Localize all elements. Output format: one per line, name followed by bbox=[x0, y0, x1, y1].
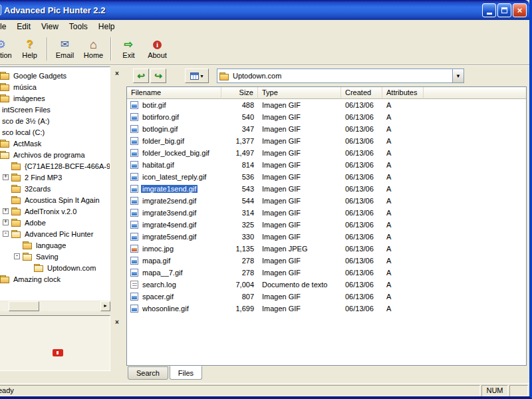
tree-item-label: imágenes bbox=[12, 94, 47, 103]
menu-item-edit[interactable]: Edit bbox=[11, 21, 36, 33]
tree-item[interactable]: sco local (C:) bbox=[0, 126, 110, 138]
tree-item[interactable]: Acoustica Spin It Again bbox=[0, 194, 110, 205]
folder-open-icon bbox=[11, 229, 21, 238]
menu-item-file[interactable]: File bbox=[0, 21, 11, 33]
tree-item[interactable]: imágenes bbox=[0, 92, 110, 104]
type-cell: Documento de texto bbox=[258, 281, 341, 289]
forward-button[interactable]: ↪ bbox=[150, 68, 166, 83]
tree-item[interactable]: -Saving bbox=[0, 251, 110, 262]
table-row[interactable]: spacer.gif807Imagen GIF06/13/06A bbox=[127, 291, 526, 303]
file-icon-gif bbox=[130, 185, 138, 193]
file-list: FilenameSizeTypeCreatedAttributes botir.… bbox=[126, 86, 527, 366]
menu-item-tools[interactable]: Tools bbox=[64, 21, 93, 33]
attributes-cell: A bbox=[382, 197, 424, 205]
left-panel: Google GadgetsmúsicaimágenesintScreen Fi… bbox=[0, 66, 124, 382]
column-header-filename[interactable]: Filename bbox=[127, 87, 221, 99]
tree-item[interactable]: Google Gadgets bbox=[0, 70, 110, 81]
close-button[interactable]: × bbox=[513, 3, 527, 17]
folder-icon bbox=[11, 184, 21, 193]
back-button[interactable]: ↩ bbox=[133, 68, 149, 83]
table-row[interactable]: botlogin.gif347Imagen GIF06/13/06A bbox=[127, 123, 526, 135]
scroll-track[interactable] bbox=[0, 301, 100, 311]
toolbar-button-option[interactable]: Option bbox=[0, 35, 15, 63]
created-cell: 06/13/06 bbox=[341, 173, 382, 181]
table-row[interactable]: inmoc.jpg1,135Imagen JPEG06/13/06A bbox=[127, 243, 526, 255]
folder-icon bbox=[0, 71, 10, 80]
tree-item[interactable]: +Adobe bbox=[0, 217, 110, 228]
filename-text: spacer.gif bbox=[141, 293, 175, 301]
tree-item[interactable]: Uptodown.com bbox=[0, 262, 110, 273]
table-row[interactable]: whosonline.gif1,699Imagen GIF06/13/06A bbox=[127, 303, 526, 315]
table-row[interactable]: botirforo.gif540Imagen GIF06/13/06A bbox=[127, 111, 526, 123]
expand-icon[interactable]: + bbox=[3, 208, 9, 214]
tree-item[interactable]: -Advanced Pic Hunter bbox=[0, 228, 110, 239]
toolbar-button-about[interactable]: About bbox=[143, 35, 172, 63]
folder-icon bbox=[0, 139, 10, 148]
tab-search[interactable]: Search bbox=[128, 366, 168, 380]
table-row[interactable]: botir.gif488Imagen GIF06/13/06A bbox=[127, 99, 526, 111]
toolbar-button-email[interactable]: Email bbox=[51, 35, 79, 63]
column-header-size[interactable]: Size bbox=[221, 87, 258, 99]
toolbar-button-home[interactable]: Home bbox=[79, 35, 108, 63]
tree-item[interactable]: -Archivos de programa bbox=[0, 149, 110, 160]
menu-item-view[interactable]: View bbox=[36, 21, 64, 33]
tree-item[interactable]: sco de 3½ (A:) bbox=[0, 115, 110, 126]
filename-text: imgrate4send.gif bbox=[141, 221, 198, 229]
table-row[interactable]: imgrate1send.gif543Imagen GIF06/13/06A bbox=[127, 183, 526, 195]
table-row[interactable]: icon_latest_reply.gif536Imagen GIF06/13/… bbox=[127, 171, 526, 183]
toolbar-button-label: Email bbox=[56, 51, 74, 59]
tab-files[interactable]: Files bbox=[170, 366, 202, 380]
tree-item[interactable]: música bbox=[0, 81, 110, 92]
toolbar-button-exit[interactable]: Exit bbox=[114, 35, 143, 63]
tree-item[interactable]: +Amazing clock bbox=[0, 273, 110, 285]
tree-splitter[interactable]: × bbox=[110, 66, 124, 301]
expand-icon[interactable]: + bbox=[3, 174, 9, 180]
table-row[interactable]: imgrate2send.gif544Imagen GIF06/13/06A bbox=[127, 195, 526, 207]
maximize-button[interactable] bbox=[497, 3, 511, 17]
combo-dropdown-button[interactable]: ▼ bbox=[452, 69, 464, 82]
collapse-icon[interactable]: - bbox=[14, 253, 20, 259]
scroll-right-button[interactable]: ► bbox=[100, 301, 110, 311]
views-button[interactable]: ▾ bbox=[185, 68, 209, 83]
menu-item-help[interactable]: Help bbox=[93, 21, 120, 33]
folder-combobox[interactable]: Uptodown.com ▼ bbox=[217, 68, 464, 83]
table-row[interactable]: imgrate5send.gif330Imagen GIF06/13/06A bbox=[127, 231, 526, 243]
toolbar-button-label: About bbox=[148, 51, 167, 59]
filename-text: whosonline.gif bbox=[141, 305, 190, 313]
toolbar-button-label: Option bbox=[0, 51, 12, 59]
minimize-button[interactable] bbox=[482, 3, 496, 17]
table-row[interactable]: imgrate4send.gif325Imagen GIF06/13/06A bbox=[127, 219, 526, 231]
table-row[interactable]: folder_locked_big.gif1,497Imagen GIF06/1… bbox=[127, 147, 526, 159]
tree-item-label: ActMask bbox=[12, 139, 43, 148]
column-header-type[interactable]: Type bbox=[258, 87, 341, 99]
filename-cell: folder_locked_big.gif bbox=[127, 149, 221, 157]
preview-splitter[interactable]: × bbox=[110, 315, 124, 371]
tree-item-label: Amazing clock bbox=[12, 275, 62, 284]
tree-item[interactable]: 32cards bbox=[0, 183, 110, 194]
tree-item[interactable]: +ActMask bbox=[0, 138, 110, 149]
toolbar-button-help[interactable]: Help bbox=[15, 35, 44, 63]
status-text: Ready bbox=[0, 385, 480, 396]
table-row[interactable]: mapa__7.gif278Imagen GIF06/13/06A bbox=[127, 267, 526, 279]
tree-item[interactable]: language bbox=[0, 239, 110, 251]
tree-item[interactable]: {C71AE128-BCFE-466A-96 bbox=[0, 160, 110, 172]
scroll-thumb[interactable] bbox=[9, 301, 39, 311]
tree-item[interactable]: intScreen Files bbox=[0, 104, 110, 115]
preview-close-button[interactable]: × bbox=[113, 319, 121, 327]
tree-item[interactable]: +2 Find MP3 bbox=[0, 172, 110, 183]
table-row[interactable]: mapa.gif278Imagen GIF06/13/06A bbox=[127, 255, 526, 267]
tree-close-button[interactable]: × bbox=[113, 70, 121, 78]
column-header-created[interactable]: Created bbox=[341, 87, 382, 99]
table-row[interactable]: imgrate3send.gif314Imagen GIF06/13/06A bbox=[127, 207, 526, 219]
title-bar[interactable]: Advanced Pic Hunter 2.2 × bbox=[0, 0, 529, 20]
size-cell: 1,699 bbox=[221, 305, 258, 313]
table-row[interactable]: folder_big.gif1,377Imagen GIF06/13/06A bbox=[127, 135, 526, 147]
tree-item[interactable]: +AdelTronix v.2.0 bbox=[0, 205, 110, 217]
maximize-icon bbox=[501, 7, 507, 13]
table-row[interactable]: habitat.gif814Imagen GIF06/13/06A bbox=[127, 159, 526, 171]
table-row[interactable]: search.log7,004Documento de texto06/13/0… bbox=[127, 279, 526, 291]
expand-icon[interactable]: + bbox=[3, 219, 9, 225]
tree-hscrollbar[interactable]: ◄ ► bbox=[0, 301, 110, 311]
collapse-icon[interactable]: - bbox=[3, 231, 9, 237]
column-header-attributes[interactable]: Attributes bbox=[382, 87, 424, 99]
